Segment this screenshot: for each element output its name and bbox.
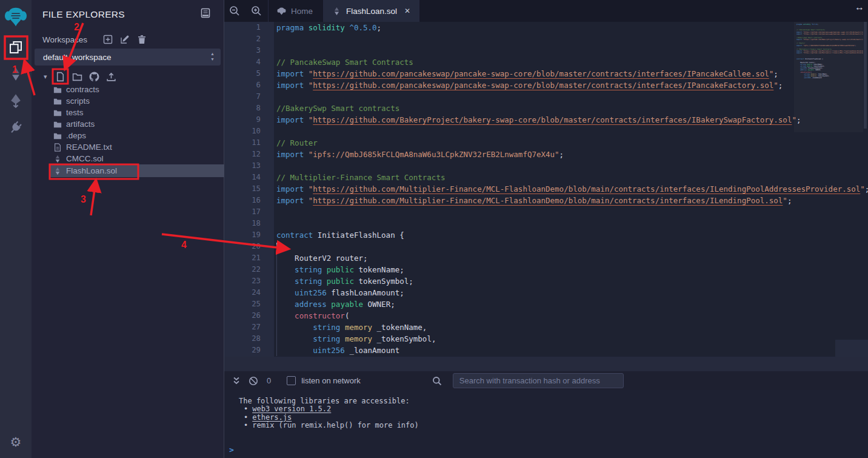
code-line[interactable]: RouterV2 router; [276, 252, 868, 264]
terminal-library-item[interactable]: •ethers.js [244, 414, 419, 422]
code-line[interactable] [276, 45, 868, 56]
new-file-icon[interactable] [55, 72, 65, 82]
tree-item-flashloan-sol[interactable]: FlashLoan.sol [50, 164, 229, 177]
code-line[interactable]: //BakerySwp Smart contracts [276, 103, 868, 114]
minimap-line: import "https://github.com/BakeryProject… [796, 39, 863, 41]
code-line[interactable]: import "https://github.com/BakeryProject… [276, 114, 868, 126]
library-link[interactable]: ethers.js [252, 413, 292, 422]
listen-on-network-checkbox[interactable] [287, 376, 296, 385]
terminal-output[interactable]: The following libraries are accessible: … [224, 390, 868, 458]
bullet: • [244, 405, 248, 413]
add-workspace-icon[interactable] [103, 35, 113, 44]
library-link[interactable]: web3 version 1.5.2 [252, 405, 331, 413]
tab-label: Home [291, 7, 313, 16]
clear-console-icon[interactable] [249, 376, 258, 386]
code-line[interactable]: import "https://github.com/pancakeswap/p… [276, 68, 868, 79]
tree-item-contracts[interactable]: contracts [32, 84, 224, 95]
tab-home[interactable]: Home [268, 0, 321, 22]
code-line[interactable]: string public tokenName; [276, 264, 868, 275]
line-number: 16 [224, 195, 274, 206]
code-line[interactable] [276, 126, 868, 137]
file-explorer-icon[interactable] [0, 34, 32, 61]
code-line[interactable]: address payable OWNER; [276, 298, 868, 310]
panel-title: FILE EXPLORERS [42, 9, 125, 20]
tree-toolbar: ▾ [44, 72, 116, 82]
plugin-manager-icon[interactable] [0, 114, 32, 141]
book-icon[interactable] [201, 8, 210, 18]
resize-handle-icon[interactable]: ↔ [855, 2, 864, 13]
line-number: 25 [224, 298, 274, 310]
line-number: 28 [224, 333, 274, 345]
upload-icon[interactable] [106, 72, 116, 82]
code-line[interactable] [276, 241, 868, 252]
solidity-compiler-icon[interactable] [0, 61, 32, 87]
listen-on-network-label: listen on network [301, 376, 361, 385]
code-line[interactable]: import "https://github.com/pancakeswap/p… [276, 79, 868, 91]
chevron-down-icon[interactable]: ▾ [44, 73, 47, 81]
text-cursor [276, 243, 278, 252]
collapse-terminal-icon[interactable] [232, 376, 241, 386]
tree-item-artifacts[interactable]: artifacts [32, 118, 224, 130]
code-line[interactable]: uint256 _loanAmount [276, 345, 868, 356]
code-line[interactable]: import "ipfs://QmbJ685kFCLQmA8naW6u3LCpk… [276, 149, 868, 160]
tree-item-label: README.txt [66, 143, 112, 152]
tree-item--deps[interactable]: .deps [32, 130, 224, 141]
minimap[interactable]: pragma solidity ^0.5.0;// PancakeSwap Sm… [794, 22, 863, 132]
line-number: 3 [224, 45, 274, 56]
line-number: 4 [224, 56, 274, 68]
solidity-icon [53, 155, 62, 163]
tree-item-readme-txt[interactable]: README.txt [32, 141, 224, 153]
line-number: 21 [224, 252, 274, 264]
rename-workspace-icon[interactable] [120, 35, 130, 44]
terminal-library-list: •web3 version 1.5.2•ethers.js•remix (run… [244, 405, 419, 430]
code-line[interactable]: constructor( [276, 310, 868, 322]
code-line[interactable]: // PancakeSwap Smart Contracts [276, 56, 868, 68]
code-line[interactable] [276, 218, 868, 229]
code-line[interactable] [276, 91, 868, 103]
github-clone-icon[interactable] [89, 72, 99, 82]
settings-gear-icon[interactable]: ⚙ [0, 430, 32, 454]
code-lines[interactable]: pragma solidity ^0.5.0;// PancakeSwap Sm… [276, 22, 868, 357]
indent-guide [276, 252, 277, 356]
code-line[interactable]: pragma solidity ^0.5.0; [276, 22, 868, 33]
code-line[interactable]: import "https://github.com/Multiplier-Fi… [276, 183, 868, 195]
tree-item-label: scripts [66, 96, 90, 106]
code-line[interactable]: // Router [276, 137, 868, 149]
tree-item-cmcc-sol[interactable]: CMCC.sol [32, 153, 224, 164]
zoom-out-icon[interactable] [229, 5, 240, 16]
terminal-drag-handle[interactable] [224, 357, 868, 371]
editor-scrollbar[interactable] [864, 22, 867, 129]
code-line[interactable]: contract InitiateFlashLoan { [276, 229, 868, 241]
code-editor[interactable]: 1234567891011121314151617181920212223242… [224, 22, 868, 357]
terminal-prompt[interactable]: > [229, 445, 234, 454]
close-tab-icon[interactable]: ✕ [404, 7, 410, 15]
workspace-select[interactable]: default_workspace ▲▼ [35, 49, 221, 66]
code-line[interactable] [276, 33, 868, 45]
tree-item-label: CMCC.sol [66, 154, 104, 163]
remix-logo-icon[interactable] [0, 0, 32, 34]
deploy-and-run-icon[interactable] [0, 87, 32, 114]
minimap-line: import "ipfs://QmbJ685kFCLQmA8naW6u3LCpk… [796, 45, 863, 47]
code-line[interactable]: string memory _tokenSymbol, [276, 333, 868, 345]
code-line[interactable]: import "https://github.com/Multiplier-Fi… [276, 195, 868, 206]
new-folder-icon[interactable] [72, 72, 82, 82]
tab-flashloan[interactable]: FlashLoan.sol ✕ [323, 0, 419, 22]
code-line[interactable]: string memory _tokenName, [276, 322, 868, 333]
tree-item-tests[interactable]: tests [32, 107, 224, 118]
code-line[interactable]: string public tokenSymbol; [276, 275, 868, 287]
code-line[interactable] [276, 160, 868, 172]
file-icon [53, 143, 62, 152]
line-number: 8 [224, 103, 274, 114]
delete-workspace-icon[interactable] [137, 35, 147, 44]
code-line[interactable]: // Multiplier-Finance Smart Contracts [276, 172, 868, 183]
terminal-library-item[interactable]: •web3 version 1.5.2 [244, 405, 419, 414]
zoom-in-icon[interactable] [251, 5, 262, 16]
code-line[interactable] [276, 206, 868, 218]
file-explorer-panel: FILE EXPLORERS Workspaces default_worksp… [32, 0, 224, 458]
terminal-search-input[interactable] [453, 373, 624, 388]
transaction-count-badge: 0 [267, 376, 271, 385]
code-line[interactable]: uint256 flashLoanAmount; [276, 287, 868, 298]
library-text: remix (run remix.help() for more info) [252, 421, 419, 429]
line-number: 17 [224, 206, 274, 218]
tree-item-scripts[interactable]: scripts [32, 95, 224, 107]
